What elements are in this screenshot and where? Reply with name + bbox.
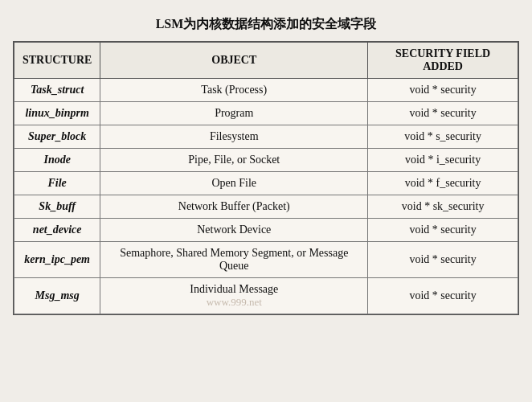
cell-object: Open File [100,172,368,195]
cell-security: void * i_security [368,149,518,172]
table-row: Msg_msgIndividual Messagewww.999.netvoid… [14,278,518,314]
table-row: InodePipe, File, or Socketvoid * i_secur… [14,149,518,172]
table-row: FileOpen Filevoid * f_security [14,172,518,195]
cell-security: void * security [368,278,518,314]
cell-security: void * s_security [368,125,518,149]
header-structure: STRUCTURE [14,43,100,79]
cell-object: Network Buffer (Packet) [100,195,368,219]
cell-security: void * security [368,219,518,242]
page-title: LSM为内核数据结构添加的安全域字段 [156,16,377,33]
cell-structure: net_device [14,219,100,242]
cell-object: Semaphore, Shared Memory Segment, or Mes… [100,242,368,278]
cell-object: Filesystem [100,125,368,149]
header-security: SECURITY FIELD ADDED [368,43,518,79]
cell-structure: linux_binprm [14,102,100,125]
table-header-row: STRUCTURE OBJECT SECURITY FIELD ADDED [14,43,518,79]
cell-structure: kern_ipc_pem [14,242,100,278]
cell-structure: Sk_buff [14,195,100,219]
cell-object: Task (Process) [100,79,368,102]
main-table: STRUCTURE OBJECT SECURITY FIELD ADDED Ta… [13,41,519,315]
cell-security: void * security [368,79,518,102]
cell-security: void * f_security [368,172,518,195]
cell-object: Pipe, File, or Socket [100,149,368,172]
table-row: net_deviceNetwork Devicevoid * security [14,219,518,242]
watermark: www.999.net [207,296,262,308]
header-object: OBJECT [100,43,368,79]
cell-object: Network Device [100,219,368,242]
cell-structure: Task_struct [14,79,100,102]
table-row: Super_blockFilesystemvoid * s_security [14,125,518,149]
table-row: Sk_buffNetwork Buffer (Packet)void * sk_… [14,195,518,219]
cell-structure: Msg_msg [14,278,100,314]
cell-structure: Super_block [14,125,100,149]
cell-structure: File [14,172,100,195]
table-row: linux_binprmProgramvoid * security [14,102,518,125]
cell-object: Program [100,102,368,125]
table-row: Task_structTask (Process)void * security [14,79,518,102]
cell-security: void * security [368,242,518,278]
cell-object: Individual Messagewww.999.net [100,278,368,314]
cell-security: void * sk_security [368,195,518,219]
table-row: kern_ipc_pemSemaphore, Shared Memory Seg… [14,242,518,278]
cell-structure: Inode [14,149,100,172]
cell-security: void * security [368,102,518,125]
